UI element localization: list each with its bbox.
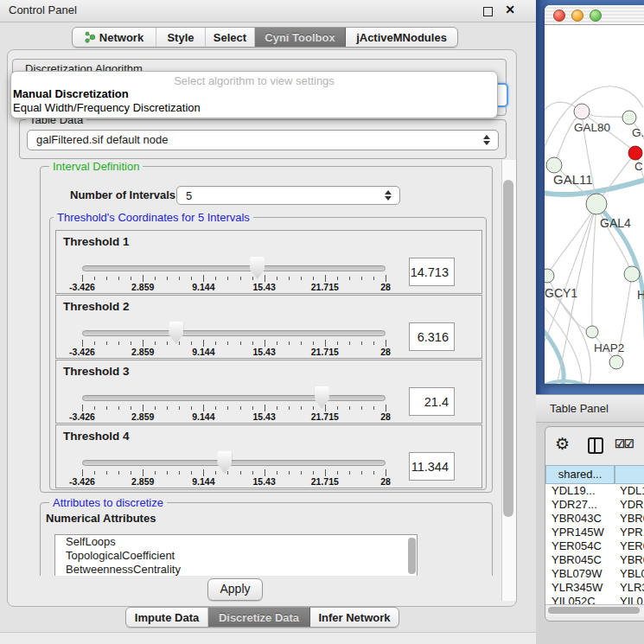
tick-mark — [215, 277, 216, 280]
tab-network[interactable]: Network — [73, 28, 156, 47]
table-data-combobox[interactable]: galFiltered.sif default node — [27, 130, 499, 150]
threshold-value-field[interactable]: 21.4 — [409, 387, 455, 416]
tick-mark — [155, 406, 156, 410]
cell-shared-name: YER054C — [552, 539, 602, 553]
tick-mark — [82, 405, 83, 411]
tick-mark — [215, 341, 216, 345]
tick-mark — [191, 341, 192, 345]
tick-mark — [203, 469, 204, 476]
tick-mark — [240, 406, 241, 410]
table-hscrollbar-track[interactable] — [545, 604, 644, 616]
attribute-list-item[interactable]: SelfLoops — [55, 535, 417, 549]
table-row[interactable]: YPR145WYPR1 — [545, 526, 644, 539]
tick-mark — [131, 406, 131, 410]
attribute-list-item[interactable]: BetweennessCentrality — [55, 563, 417, 576]
tab-cyni-toolbox[interactable]: Cyni Toolbox — [255, 28, 346, 47]
slider-ticks — [82, 469, 386, 476]
threshold-value-field[interactable]: 14.713 — [409, 258, 455, 286]
tick-label: 2.859 — [117, 411, 169, 422]
tick-mark — [386, 469, 386, 476]
gear-icon[interactable]: ⚙ — [555, 434, 570, 454]
settings-scroll-viewport: Interval Definition Number of Intervals … — [12, 160, 501, 576]
table-row[interactable]: YBR043CYBR0 — [545, 512, 644, 526]
network-node-gal4[interactable] — [586, 194, 607, 214]
float-window-icon[interactable] — [483, 7, 493, 16]
minimize-traffic-light-icon[interactable] — [571, 10, 583, 22]
table-hscrollbar-thumb[interactable] — [548, 607, 640, 614]
tick-label: 28 — [360, 282, 411, 292]
network-node-gal11[interactable] — [546, 157, 562, 173]
column-header[interactable]: shared... — [545, 465, 615, 484]
cell-shared-name: YDR27... — [552, 498, 597, 512]
list-scrollbar-thumb[interactable] — [408, 538, 416, 574]
tab-style[interactable]: Style — [156, 28, 206, 47]
slider-track[interactable] — [82, 395, 386, 401]
network-canvas[interactable]: GAL80G.CGAL11GAL4GCY1HHAP2 — [545, 25, 644, 384]
tick-label: 21.715 — [299, 347, 351, 357]
zoom-traffic-light-icon[interactable] — [590, 10, 602, 22]
tick-mark — [361, 406, 362, 410]
tick-mark — [227, 341, 228, 345]
split-columns-icon[interactable] — [588, 437, 603, 454]
tick-label: 2.859 — [117, 476, 169, 487]
threshold-value-field[interactable]: 6.316 — [409, 322, 455, 351]
node-label: HAP2 — [594, 341, 624, 354]
tick-mark — [179, 341, 180, 345]
table-row[interactable]: YLR345WYLR3 — [545, 581, 644, 595]
tick-label: -3.426 — [56, 282, 108, 292]
slider-track[interactable] — [82, 460, 386, 466]
tick-mark — [167, 341, 168, 345]
tick-mark — [82, 275, 83, 282]
cell-name: YER0 — [620, 539, 644, 553]
network-node-h[interactable] — [624, 266, 640, 282]
table-row[interactable]: YDR27...YDR2 — [545, 498, 644, 512]
tick-label: 21.715 — [299, 476, 351, 487]
tab-jactivemnodules[interactable]: jActiveMNodules — [346, 28, 457, 47]
table-row[interactable]: YDL19...YDL1 — [545, 484, 644, 498]
close-traffic-light-icon[interactable] — [553, 10, 565, 22]
tick-mark — [325, 405, 326, 411]
network-node[interactable] — [622, 111, 636, 124]
slider-tick-labels: -3.4262.8599.14415.4321.71528 — [82, 282, 386, 292]
slider-track[interactable] — [82, 330, 386, 336]
column-header[interactable]: na — [615, 465, 644, 484]
threshold-value-field[interactable]: 11.344 — [409, 452, 455, 481]
table-row[interactable]: YER054CYER0 — [545, 539, 644, 553]
cell-shared-name: YDL19... — [552, 484, 596, 498]
slider-ticks — [82, 404, 386, 411]
cell-shared-name: YBR045C — [552, 553, 602, 567]
numerical-attributes-list[interactable]: SelfLoopsTopologicalCoefficientBetweenne… — [54, 534, 418, 576]
tab-discretize-data[interactable]: Discretize Data — [208, 608, 310, 627]
table-row[interactable]: YBL079WYBL0 — [545, 567, 644, 581]
tick-mark — [265, 340, 265, 347]
tab-infer-network[interactable]: Infer Network — [310, 608, 399, 627]
apply-button[interactable]: Apply — [207, 578, 263, 601]
network-node-hap2[interactable] — [586, 326, 598, 338]
slider-track[interactable] — [82, 265, 386, 271]
dropdown-item-equal-width-frequency[interactable]: Equal Width/Frequency Discretization — [11, 101, 497, 115]
checkboxes-icon[interactable]: ☑☑ — [615, 437, 633, 450]
tick-label: 9.144 — [177, 411, 229, 422]
numerical-attributes-label: Numerical Attributes — [46, 512, 156, 525]
tab-impute-data[interactable]: Impute Data — [126, 608, 208, 627]
number-of-intervals-combobox[interactable]: 5 — [176, 186, 400, 205]
dropdown-item-manual-discretization[interactable]: Manual Discretization — [11, 87, 497, 101]
table-row[interactable]: YBR045CYBR0 — [545, 553, 644, 567]
attribute-list-item[interactable]: TopologicalCoefficient — [55, 549, 417, 563]
tick-mark — [203, 275, 204, 282]
tick-mark — [167, 277, 168, 280]
cell-shared-name: YPR145W — [552, 526, 604, 539]
tick-mark — [143, 405, 143, 411]
node-label: C — [634, 160, 643, 173]
tick-mark — [301, 406, 302, 410]
network-node-gcy1[interactable] — [545, 269, 554, 283]
tick-mark — [94, 471, 95, 475]
table-rows: YDL19...YDL1YDR27...YDR2YBR043CYBR0YPR14… — [545, 484, 644, 605]
network-node[interactable] — [609, 355, 623, 369]
settings-scrollbar-thumb[interactable] — [503, 180, 513, 517]
close-icon[interactable]: ✕ — [505, 3, 515, 16]
tab-select[interactable]: Select — [206, 28, 255, 47]
tab-label: Cyni Toolbox — [265, 31, 335, 44]
network-node[interactable] — [628, 146, 642, 160]
network-node-gal80[interactable] — [574, 104, 590, 119]
